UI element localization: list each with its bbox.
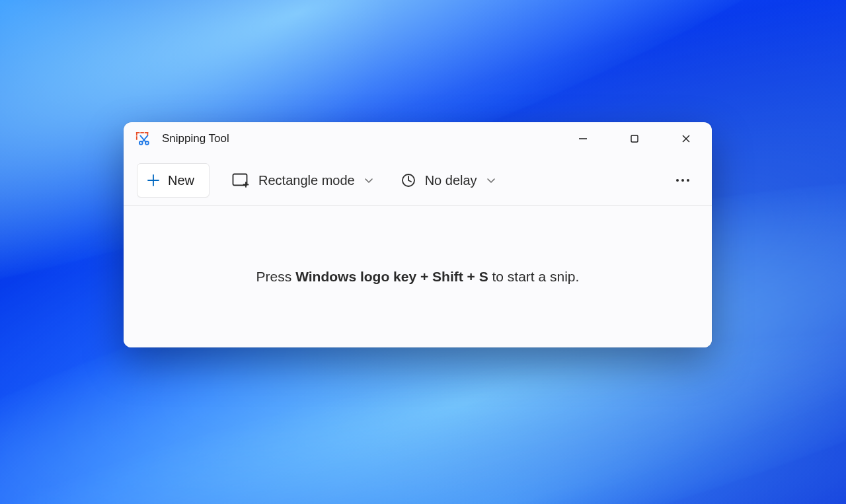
minimize-button[interactable] — [557, 122, 609, 155]
desktop-background: Snipping Tool — [0, 0, 846, 504]
new-snip-button[interactable]: New — [137, 163, 210, 198]
chevron-down-icon — [364, 176, 373, 185]
window-title: Snipping Tool — [162, 132, 557, 145]
window-controls — [557, 122, 712, 155]
chevron-down-icon — [486, 176, 496, 185]
snip-mode-label: Rectangle mode — [258, 173, 355, 188]
svg-point-20 — [676, 179, 679, 182]
snip-mode-dropdown[interactable]: Rectangle mode — [227, 164, 379, 197]
toolbar: New Rectangle mode — [124, 155, 712, 206]
svg-rect-11 — [631, 135, 638, 142]
maximize-button[interactable] — [609, 122, 660, 155]
hint-shortcut: Windows logo key + Shift + S — [295, 269, 488, 284]
svg-point-22 — [687, 179, 689, 182]
new-button-label: New — [168, 173, 194, 188]
svg-rect-16 — [233, 174, 247, 186]
svg-point-21 — [681, 179, 684, 182]
snipping-tool-app-icon — [135, 131, 150, 146]
clock-icon — [401, 173, 416, 188]
more-options-button[interactable] — [667, 164, 699, 196]
snipping-tool-window: Snipping Tool — [124, 122, 712, 347]
hint-suffix: to start a snip. — [488, 269, 580, 284]
shortcut-hint: Press Windows logo key + Shift + S to st… — [256, 269, 580, 285]
titlebar[interactable]: Snipping Tool — [124, 122, 712, 155]
close-button[interactable] — [660, 122, 712, 155]
hint-prefix: Press — [256, 269, 296, 284]
plus-icon — [147, 174, 160, 187]
rectangle-mode-icon — [232, 173, 249, 188]
delay-dropdown[interactable]: No delay — [396, 164, 501, 197]
delay-label: No delay — [425, 173, 477, 188]
content-area: Press Windows logo key + Shift + S to st… — [124, 206, 712, 347]
